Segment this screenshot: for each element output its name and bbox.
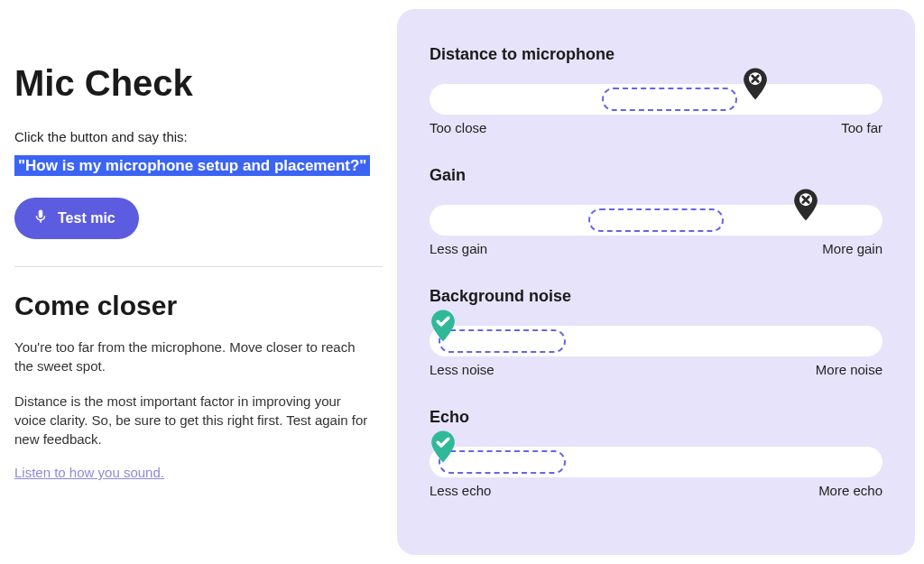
x-pin-icon xyxy=(743,68,768,100)
sweet-spot xyxy=(439,329,566,353)
metric-track xyxy=(430,439,882,477)
metric-track xyxy=(430,77,882,115)
metric-high-label: Too far xyxy=(841,120,882,135)
metric-title: Echo xyxy=(430,408,882,427)
metric-title: Background noise xyxy=(430,287,882,306)
metric-title: Gain xyxy=(430,166,882,185)
metric-track xyxy=(430,198,882,236)
metric-labels: Less noise More noise xyxy=(430,362,882,377)
feedback-paragraph-2: Distance is the most important factor in… xyxy=(14,392,375,448)
metric-row: Distance to microphone Too close Too far xyxy=(430,45,882,135)
listen-link[interactable]: Listen to how you sound. xyxy=(14,465,164,480)
sweet-spot xyxy=(602,88,738,111)
metric-row: Gain Less gain More gain xyxy=(430,166,882,256)
instruction-text: Click the button and say this: xyxy=(14,129,383,144)
metric-track xyxy=(430,319,882,356)
speech-prompt: "How is my microphone setup and placemen… xyxy=(14,155,370,176)
metric-labels: Less gain More gain xyxy=(430,241,882,256)
check-pin-icon xyxy=(430,310,456,342)
sweet-spot xyxy=(588,208,725,232)
left-panel: Mic Check Click the button and say this:… xyxy=(0,0,397,564)
feedback-paragraph-1: You're too far from the microphone. Move… xyxy=(14,337,375,375)
metric-labels: Less echo More echo xyxy=(430,483,882,498)
metric-high-label: More echo xyxy=(818,483,882,498)
metric-title: Distance to microphone xyxy=(430,45,882,64)
metric-row: Echo Less echo More echo xyxy=(430,408,882,498)
metric-high-label: More noise xyxy=(816,362,882,377)
page-title: Mic Check xyxy=(14,63,383,104)
metric-row: Background noise Less noise More noise xyxy=(430,287,882,377)
metrics-panel: Distance to microphone Too close Too far… xyxy=(397,9,915,555)
x-pin-icon xyxy=(793,189,818,221)
test-mic-button[interactable]: Test mic xyxy=(14,198,139,239)
metric-high-label: More gain xyxy=(822,241,882,256)
check-pin-icon xyxy=(430,430,456,463)
metric-low-label: Less echo xyxy=(430,483,491,498)
divider xyxy=(14,266,383,267)
metric-labels: Too close Too far xyxy=(430,120,882,135)
sweet-spot xyxy=(439,450,566,474)
test-mic-label: Test mic xyxy=(58,210,116,227)
metric-low-label: Less gain xyxy=(430,241,487,256)
metric-low-label: Less noise xyxy=(430,362,494,377)
feedback-title: Come closer xyxy=(14,291,383,321)
mic-icon xyxy=(32,208,49,228)
metric-low-label: Too close xyxy=(430,120,486,135)
